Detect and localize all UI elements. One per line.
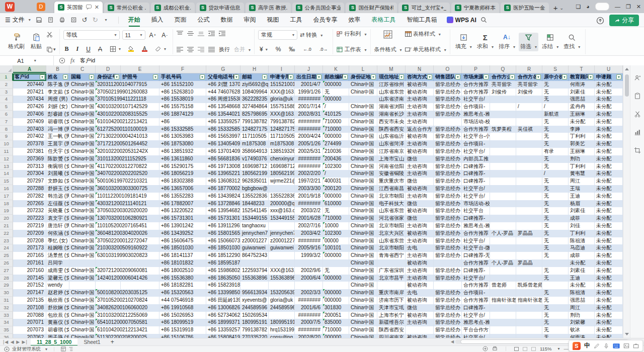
- cell[interactable]: 去电: [406, 289, 434, 297]
- row-number-16[interactable]: 16: [0, 185, 13, 193]
- file-tab[interactable]: S英国留学生✕: [54, 2, 103, 13]
- cell[interactable]: +86 1339985047: [206, 289, 240, 297]
- row-number-30[interactable]: 30: [0, 289, 13, 297]
- cell[interactable]: 刘俊伶: [516, 89, 542, 96]
- align-left-icon[interactable]: [177, 47, 183, 52]
- cell[interactable]: China中国: [349, 230, 377, 237]
- cell-style-button[interactable]: 单元格样式 ▾: [405, 46, 446, 53]
- cell[interactable]: [490, 252, 516, 259]
- cell[interactable]: 未分配: [595, 215, 623, 222]
- cell[interactable]: [490, 200, 516, 208]
- cell[interactable]: 吕同学: [46, 259, 69, 267]
- conditional-format-button[interactable]: 条件格式 ▾: [374, 46, 402, 53]
- cell[interactable]: [516, 148, 542, 155]
- cell[interactable]: 2005/9/16: [295, 244, 323, 252]
- cell[interactable]: 合作方推荐: [462, 297, 490, 304]
- scroll-up-arrow-icon[interactable]: [625, 68, 629, 70]
- cell[interactable]: 未分配: [595, 81, 623, 89]
- cell[interactable]: 无: [542, 193, 569, 200]
- ime-lang-mode[interactable]: 中: [584, 341, 590, 350]
- page-layout-view-icon[interactable]: [523, 347, 527, 351]
- cell[interactable]: 周江: [569, 304, 595, 312]
- cell[interactable]: [516, 244, 542, 252]
- cell[interactable]: [295, 259, 323, 267]
- cell[interactable]: 合作方推荐: [462, 282, 490, 289]
- cell[interactable]: 400031: [323, 178, 349, 185]
- cell[interactable]: 黄韦慧: [569, 170, 595, 178]
- align-right-icon[interactable]: [198, 47, 204, 52]
- cell[interactable]: bgbgbow@: [240, 185, 269, 193]
- cell[interactable]: [269, 222, 295, 230]
- cell[interactable]: China中国: [69, 133, 96, 140]
- cell[interactable]: 微信: [406, 304, 434, 312]
- cell[interactable]: 410125: [323, 111, 349, 118]
- crop-panel-icon[interactable]: [634, 147, 641, 154]
- cell[interactable]: 主动咨询: [406, 267, 434, 275]
- cell[interactable]: +86 15332585: [159, 126, 206, 133]
- fill-button[interactable]: 填充 ▾: [454, 33, 473, 51]
- comment-bubble-icon[interactable]: [86, 5, 92, 11]
- cell[interactable]: [542, 282, 569, 289]
- cell[interactable]: 社交平台: [462, 207, 490, 215]
- header-cell[interactable]: 申请专用: [269, 73, 295, 81]
- print-preview-icon[interactable]: [70, 17, 77, 23]
- cell[interactable]: 500108200203035125: [96, 289, 121, 297]
- cell[interactable]: China中国: [349, 222, 377, 230]
- cell[interactable]: [490, 193, 516, 200]
- cell[interactable]: 180562199: [240, 170, 269, 178]
- column-header-G[interactable]: G: [206, 65, 240, 73]
- cell[interactable]: 山东省济南: [377, 96, 406, 103]
- cell[interactable]: 王丽琳: [569, 148, 595, 155]
- sort-button[interactable]: A↓ 排序 ▾: [497, 33, 517, 51]
- cell[interactable]: 丁利利: [569, 133, 595, 140]
- cell[interactable]: China中国: [69, 89, 96, 96]
- cell[interactable]: 主动咨询: [406, 140, 434, 148]
- header-cell[interactable]: 教育顾问: [569, 73, 595, 81]
- name-box[interactable]: A1 ▾: [0, 56, 54, 65]
- cell[interactable]: 任天宇 (女: [46, 148, 69, 155]
- cell[interactable]: 雅思考点-雅: [462, 222, 490, 230]
- cell[interactable]: 207209: [13, 230, 46, 237]
- cell[interactable]: 湖南省浏阳: [377, 103, 406, 111]
- cell[interactable]: [490, 140, 516, 148]
- cell[interactable]: +86 15536380: [159, 275, 206, 282]
- cell[interactable]: 430102200208315525: [96, 111, 121, 118]
- cell[interactable]: 亮哥留学: [516, 81, 542, 89]
- cell[interactable]: 无: [542, 312, 569, 319]
- filter-dropdown-button[interactable]: [484, 74, 489, 79]
- cell[interactable]: 吴佳祺: [516, 126, 542, 133]
- outline-icon[interactable]: [68, 346, 73, 351]
- cell[interactable]: 韩浩远 (男: [46, 193, 69, 200]
- cell[interactable]: China中国: [69, 185, 96, 193]
- cell[interactable]: 610000: [323, 200, 349, 208]
- cell[interactable]: 上海市长宁: [377, 312, 406, 319]
- cell[interactable]: +86 1343982452: [206, 193, 240, 200]
- cell[interactable]: [516, 118, 542, 126]
- cell[interactable]: 社交平台/: [462, 148, 490, 155]
- cell[interactable]: China中国: [349, 185, 377, 193]
- cell[interactable]: 000000: [323, 289, 349, 297]
- cell[interactable]: China中国: [69, 289, 96, 297]
- cell[interactable]: 郭美艺: [569, 140, 595, 148]
- cell[interactable]: 370502200012272047: [96, 237, 121, 245]
- cell[interactable]: [490, 312, 516, 319]
- cell[interactable]: 无: [542, 185, 569, 193]
- cell[interactable]: 2002/2/20: [295, 170, 323, 178]
- cell[interactable]: +86 15263810: [159, 89, 206, 96]
- cell[interactable]: 无: [542, 319, 569, 326]
- cell[interactable]: 周子路 (女: [46, 334, 69, 338]
- cell[interactable]: 留学总经办: [434, 289, 462, 297]
- copy-button[interactable]: ▾: [46, 46, 56, 52]
- cell[interactable]: 安徽省铜陵: [377, 170, 406, 178]
- cell[interactable]: 山东省东营: [377, 237, 406, 245]
- cell[interactable]: [269, 312, 295, 319]
- cell[interactable]: China中国: [69, 222, 96, 230]
- cell[interactable]: 956613934: [240, 289, 269, 297]
- cell[interactable]: 未分配: [595, 334, 623, 338]
- cell[interactable]: +86 1360831276: [206, 178, 240, 185]
- align-top-icon[interactable]: [177, 31, 183, 36]
- cell[interactable]: 何依涵 (女: [46, 230, 69, 237]
- number-format-select[interactable]: 常规▾: [258, 30, 297, 40]
- cell[interactable]: 2002/8/20: [295, 334, 323, 338]
- row-number-12[interactable]: 12: [0, 155, 13, 163]
